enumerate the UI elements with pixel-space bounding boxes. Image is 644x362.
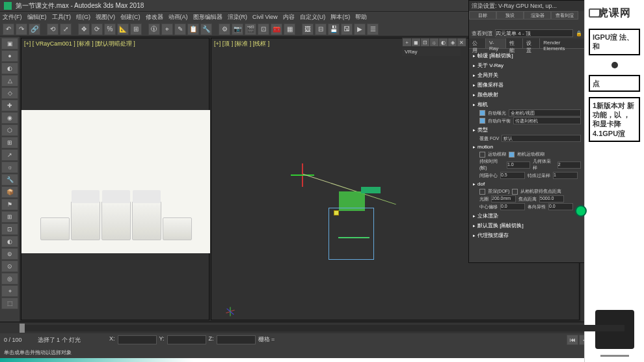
- toolbar-button-4[interactable]: ⤢: [60, 23, 72, 35]
- left-tool-2[interactable]: ◐: [1, 63, 18, 74]
- vp-icon[interactable]: ◈: [448, 38, 457, 46]
- lock-icon[interactable]: 🔒: [576, 31, 582, 36]
- rollout-立体渲染[interactable]: 立体渲染: [473, 212, 581, 220]
- menu-edit[interactable]: 编辑(E): [27, 13, 47, 21]
- option-value[interactable]: 0.5: [500, 172, 525, 179]
- vp-icon[interactable]: ⊡: [421, 38, 429, 46]
- rollout-相机[interactable]: 相机: [473, 100, 581, 109]
- option-select[interactable]: 默认: [502, 135, 581, 142]
- toolbar-button-19[interactable]: 🧰: [271, 23, 282, 35]
- menu-scripting[interactable]: 脚本(S): [330, 13, 350, 21]
- left-tool-21[interactable]: ⬚: [1, 298, 18, 309]
- timeline[interactable]: [0, 322, 644, 333]
- menu-rendering[interactable]: 渲染(R): [228, 13, 248, 21]
- checkbox[interactable]: [479, 118, 485, 124]
- checkbox[interactable]: [479, 152, 485, 158]
- left-tool-9[interactable]: ↗: [1, 149, 18, 161]
- rollout-代理预览缓存[interactable]: 代理预览缓存: [473, 231, 581, 240]
- playback-button-0[interactable]: ⏮: [567, 335, 578, 345]
- rollout-关于 V-Ray[interactable]: 关于 V-Ray: [473, 61, 581, 70]
- coord-y-input[interactable]: [167, 335, 206, 344]
- menu-graph-editors[interactable]: 图形编辑器: [193, 13, 222, 21]
- left-tool-19[interactable]: ◎: [1, 273, 18, 285]
- option-value[interactable]: 200.0mm: [491, 195, 516, 202]
- left-tool-13[interactable]: ⚑: [1, 199, 18, 210]
- tab-performance[interactable]: 性能: [506, 38, 523, 48]
- menu-group[interactable]: 组(G): [76, 13, 90, 21]
- vp-icon[interactable]: +: [403, 38, 411, 46]
- tab-vray[interactable]: V-Ray: [486, 38, 506, 48]
- toolbar-button-13[interactable]: 📋: [187, 23, 199, 35]
- toolbar-button-9[interactable]: ⊞: [130, 23, 142, 35]
- checkbox[interactable]: [479, 110, 485, 116]
- toolbar-button-6[interactable]: ⟳: [91, 23, 103, 35]
- left-tool-8[interactable]: ⊞: [1, 137, 18, 148]
- toolbar-button-1[interactable]: ↷: [16, 23, 27, 35]
- rollout-颜色映射[interactable]: 颜色映射: [473, 90, 581, 99]
- toolbar-button-10[interactable]: 🛈: [148, 23, 160, 35]
- menu-customize[interactable]: 自定义(U): [300, 13, 326, 21]
- vp-icon[interactable]: ◼: [412, 38, 420, 46]
- menu-file[interactable]: 文件(F): [3, 13, 22, 21]
- toolbar-button-23[interactable]: 💾: [328, 23, 340, 35]
- toolbar-button-26[interactable]: ☰: [367, 23, 379, 35]
- left-tool-16[interactable]: ◐: [1, 236, 18, 247]
- vp-icon[interactable]: ◐: [439, 38, 448, 46]
- render-top-field-0[interactable]: 目标: [469, 11, 496, 20]
- toolbar-button-17[interactable]: 🎬: [245, 23, 256, 35]
- left-tool-4[interactable]: ◇: [1, 87, 18, 99]
- render-top-field-3[interactable]: 查看到渲: [551, 11, 578, 20]
- rollout-默认置换 [黑帧切换][interactable]: 默认置换 [黑帧切换]: [473, 221, 581, 230]
- left-tool-5[interactable]: ✚: [1, 100, 18, 111]
- coord-x-input[interactable]: [118, 335, 157, 344]
- view-to-render-select[interactable]: 四元菜单 4 - 顶: [495, 29, 573, 37]
- toolbar-button-3[interactable]: ⟲: [47, 23, 59, 35]
- menu-content[interactable]: 内容: [283, 13, 295, 21]
- rollout-全局开关[interactable]: 全局开关: [473, 71, 581, 79]
- coord-z-input[interactable]: [217, 335, 256, 344]
- option-value[interactable]: 2: [557, 161, 581, 169]
- viewport-camera-label[interactable]: [+] [ VRayCam001 ] [标准 ] [默认明暗处理 ]: [24, 40, 135, 48]
- option-value[interactable]: 1.0: [507, 161, 530, 169]
- option-value[interactable]: 0.0: [500, 203, 525, 210]
- option-value[interactable]: 0.0: [548, 203, 573, 210]
- menu-help[interactable]: 帮助: [355, 13, 367, 21]
- toolbar-button-5[interactable]: ✥: [78, 23, 90, 35]
- left-tool-0[interactable]: ▣: [1, 38, 18, 49]
- viewport-camera[interactable]: [+] [ VRayCam001 ] [标准 ] [默认明暗处理 ]: [21, 38, 209, 320]
- toolbar-button-18[interactable]: ⊡: [258, 23, 269, 35]
- toolbar-button-11[interactable]: ⌖: [161, 23, 173, 35]
- option-select[interactable]: 传递到相机: [513, 117, 581, 124]
- menu-views[interactable]: 视图(V): [96, 13, 115, 21]
- toolbar-button-20[interactable]: ▦: [284, 23, 295, 35]
- toolbar-button-12[interactable]: ✎: [174, 23, 186, 35]
- tab-render-elements[interactable]: Render Elements: [540, 38, 585, 48]
- tab-settings[interactable]: 设置: [523, 38, 540, 48]
- vp-icon[interactable]: ☼: [430, 38, 438, 46]
- left-tool-15[interactable]: ⊡: [1, 223, 18, 235]
- menu-create[interactable]: 创建(C): [120, 13, 141, 21]
- render-top-field-2[interactable]: 渲染器: [524, 11, 551, 20]
- viewport-top-label[interactable]: [+] [顶 ] [标准 ] [线框 ]: [214, 40, 269, 48]
- toolbar-button-14[interactable]: 🔧: [200, 23, 212, 35]
- vray-rollout-header[interactable]: VRay: [402, 48, 461, 56]
- vp-icon[interactable]: ✕: [457, 38, 466, 46]
- menu-animation[interactable]: 动画(A): [168, 13, 188, 21]
- rollout-图像采样器[interactable]: 图像采样器: [473, 81, 581, 89]
- left-tool-7[interactable]: ⬡: [1, 124, 18, 136]
- toolbar-button-0[interactable]: ↶: [3, 23, 14, 35]
- left-tool-14[interactable]: ⊞: [1, 211, 18, 223]
- toolbar-button-21[interactable]: 🖼: [302, 23, 314, 35]
- toolbar-button-16[interactable]: 📷: [232, 23, 243, 35]
- time-slider[interactable]: [20, 324, 25, 333]
- toolbar-button-7[interactable]: %: [104, 23, 116, 35]
- toolbar-button-8[interactable]: 📐: [117, 23, 129, 35]
- sun-target[interactable]: [334, 210, 339, 216]
- left-tool-3[interactable]: △: [1, 75, 18, 87]
- left-tool-6[interactable]: ◉: [1, 112, 18, 124]
- menu-modifiers[interactable]: 修改器: [146, 13, 163, 21]
- left-tool-18[interactable]: ⊙: [1, 260, 18, 272]
- left-tool-12[interactable]: 📦: [1, 186, 18, 198]
- toolbar-button-15[interactable]: ⚙: [219, 23, 230, 35]
- checkbox[interactable]: [479, 189, 485, 195]
